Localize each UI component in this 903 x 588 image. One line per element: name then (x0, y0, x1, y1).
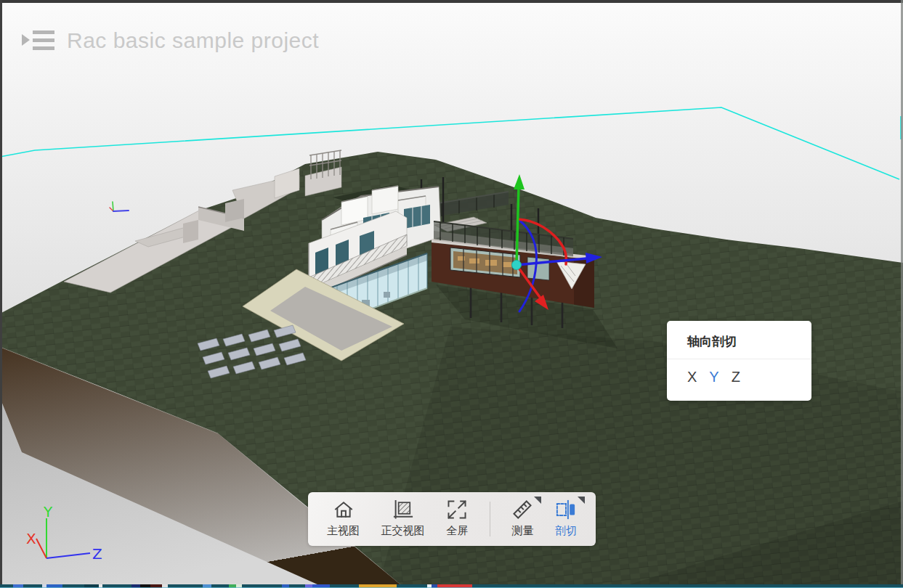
taskbar-app-sliver[interactable] (0, 584, 13, 588)
taskbar-app-sliver[interactable] (23, 584, 42, 588)
section-axis-y[interactable]: Y (709, 369, 718, 385)
measure-icon (511, 499, 533, 520)
taskbar-app-sliver[interactable] (359, 584, 397, 588)
taskbar-app-sliver[interactable] (289, 584, 305, 588)
ortho-view-button[interactable]: 正交视图 (381, 499, 425, 538)
axial-section-axes: X Y Z (667, 359, 811, 385)
axial-section-title: 轴向剖切 (667, 321, 811, 359)
measure-button[interactable]: 测量 (511, 499, 533, 538)
window-border-top (0, 0, 903, 3)
taskbar-app-sliver[interactable] (312, 584, 330, 588)
section-axis-x[interactable]: X (687, 369, 697, 385)
home-icon (333, 499, 355, 520)
taskbar-app-sliver[interactable] (242, 584, 282, 588)
taskbar-app-sliver[interactable] (397, 584, 427, 588)
taskbar-app-sliver[interactable] (102, 584, 131, 588)
home-view-button[interactable]: 主视图 (327, 499, 360, 538)
taskbar-app-sliver[interactable] (236, 584, 242, 588)
axial-section-panel: 轴向剖切 X Y Z (667, 321, 811, 401)
taskbar-app-sliver[interactable] (330, 584, 359, 588)
section-axis-z[interactable]: Z (732, 369, 740, 385)
viewer-toolbar: 主视图 正交视图 全屏 测量 (308, 492, 596, 546)
model-base-axis (110, 202, 129, 211)
taskbar-app-sliver[interactable] (203, 584, 211, 588)
taskbar-app-sliver[interactable] (84, 584, 99, 588)
taskbar-app-sliver[interactable] (62, 584, 84, 588)
header: Rac basic sample project (20, 25, 319, 57)
taskbar-app-sliver[interactable] (140, 584, 150, 588)
taskbar-app-sliver[interactable] (131, 584, 140, 588)
section-icon (555, 499, 577, 520)
fullscreen-button[interactable]: 全屏 (446, 499, 468, 538)
gizmo-center-handle[interactable] (512, 261, 522, 270)
wing-window-right (527, 257, 549, 280)
toolbar-divider (490, 502, 490, 536)
taskbar-app-sliver[interactable] (162, 584, 168, 588)
taskbar-app-sliver[interactable] (305, 584, 312, 588)
taskbar-app-sliver[interactable] (13, 584, 23, 588)
taskbar-app-sliver[interactable] (282, 584, 289, 588)
taskbar-app-sliver[interactable] (437, 584, 472, 588)
taskbar-app-sliver[interactable] (229, 584, 236, 588)
model-tree-toggle-icon[interactable] (20, 25, 57, 57)
taskbar-app-sliver[interactable] (472, 584, 903, 588)
taskbar-strip[interactable] (0, 584, 903, 588)
taskbar-app-sliver[interactable] (168, 584, 203, 588)
bim-viewer-window: Y X Z Rac basic sample project 轴向剖切 X Y … (0, 0, 903, 588)
taskbar-app-sliver[interactable] (432, 584, 437, 588)
window-border-left (0, 0, 2, 588)
triad-x-label: X (26, 530, 36, 547)
taskbar-app-sliver[interactable] (46, 584, 62, 588)
fullscreen-icon (446, 499, 468, 520)
triad-z-label: Z (92, 545, 102, 563)
triad-y-label: Y (43, 503, 53, 520)
taskbar-app-sliver[interactable] (211, 584, 229, 588)
taskbar-app-sliver[interactable] (150, 584, 162, 588)
ortho-view-icon (392, 499, 414, 520)
project-title: Rac basic sample project (67, 28, 319, 53)
section-button[interactable]: 剖切 (555, 499, 577, 538)
